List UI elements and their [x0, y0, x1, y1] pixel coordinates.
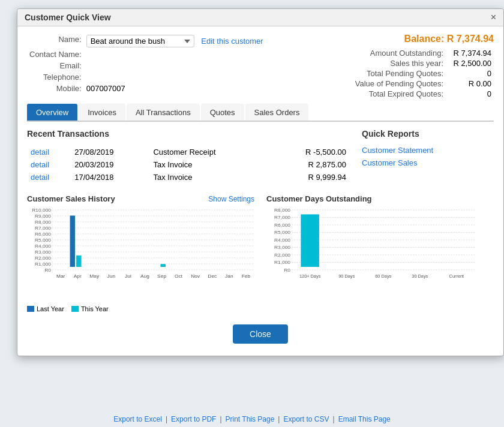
transaction-detail-link[interactable]: detail — [31, 173, 49, 182]
svg-text:R5,000: R5,000 — [274, 230, 291, 236]
content-area: Recent Transactions detail 27/08/2019 Cu… — [27, 129, 494, 184]
tab-sales-orders[interactable]: Sales Orders — [245, 104, 309, 121]
svg-text:60 Days: 60 Days — [375, 274, 391, 279]
legend-last-year: Last Year — [27, 305, 64, 312]
svg-text:30 Days: 30 Days — [412, 274, 428, 279]
transaction-description: Tax Invoice — [149, 171, 268, 184]
svg-text:Feb: Feb — [242, 273, 251, 279]
right-panel: Quick Reports Customer StatementCustomer… — [362, 129, 494, 184]
svg-text:Jun: Jun — [107, 273, 116, 279]
total-pending-quotes-value: 0 — [446, 68, 494, 79]
show-settings-link[interactable]: Show Settings — [208, 195, 254, 203]
svg-text:Dec: Dec — [208, 273, 217, 279]
svg-rect-55 — [301, 214, 319, 267]
svg-text:R8,000: R8,000 — [35, 219, 52, 225]
svg-text:May: May — [89, 273, 100, 279]
edit-customer-link[interactable]: Edit this customer — [201, 37, 263, 46]
customer-info-right: Balance: R 7,374.94 Amount Outstanding: … — [353, 34, 494, 99]
svg-rect-24 — [76, 255, 81, 267]
sales-this-year-label: Sales this year: — [353, 58, 446, 68]
top-info-section: Name: Beat around the bush Edit this cus… — [27, 34, 494, 99]
days-outstanding-svg: R8,000R7,000R6,000R5,000R4,000R3,000R2,0… — [266, 207, 494, 291]
svg-text:R5,000: R5,000 — [35, 237, 52, 243]
svg-text:120+ Days: 120+ Days — [299, 274, 321, 279]
export-csv-link[interactable]: Export to CSV — [283, 415, 329, 423]
svg-text:Jan: Jan — [225, 273, 233, 279]
mobile-value: 007007007 — [84, 83, 266, 94]
svg-text:R8,000: R8,000 — [274, 208, 291, 213]
modal-title: Customer Quick View — [25, 13, 111, 22]
svg-text:R1,000: R1,000 — [274, 260, 291, 266]
svg-text:R3,000: R3,000 — [35, 249, 52, 255]
transaction-detail-link[interactable]: detail — [31, 160, 49, 169]
sales-history-header: Customer Sales History Show Settings — [27, 194, 254, 203]
modal-header: Customer Quick View × — [17, 9, 503, 26]
total-pending-quotes-label: Total Pending Quotes: — [353, 68, 446, 79]
table-row: detail 17/04/2018 Tax Invoice R 9,999.94 — [27, 171, 350, 184]
svg-text:Sep: Sep — [157, 273, 166, 279]
svg-text:Aug: Aug — [140, 273, 149, 279]
legend-this-year: This Year — [71, 305, 109, 312]
quick-report-links: Customer StatementCustomer Sales — [362, 146, 494, 167]
value-pending-quotes-label: Value of Pending Quotes: — [353, 79, 446, 89]
svg-text:Mar: Mar — [56, 273, 65, 279]
svg-text:R7,000: R7,000 — [35, 225, 52, 231]
modal-body: Name: Beat around the bush Edit this cus… — [17, 26, 503, 356]
contact-name-value — [84, 49, 266, 60]
export-pdf-link[interactable]: Export to PDF — [171, 415, 216, 423]
tab-overview[interactable]: Overview — [27, 104, 77, 121]
close-button-row: Close — [27, 324, 494, 344]
print-page-link[interactable]: Print This Page — [226, 415, 275, 423]
quick-reports-title: Quick Reports — [362, 129, 494, 139]
svg-text:R0: R0 — [284, 267, 290, 273]
svg-text:R1,000: R1,000 — [35, 261, 52, 267]
svg-text:Oct: Oct — [175, 273, 183, 279]
legend-last-year-label: Last Year — [37, 305, 64, 312]
telephone-label: Telephone: — [27, 71, 84, 83]
quick-report-link[interactable]: Customer Sales — [362, 158, 494, 167]
page-footer: Export to Excel|Export to PDF|Print This… — [0, 411, 504, 427]
close-button[interactable]: Close — [233, 324, 288, 344]
charts-section: Customer Sales History Show Settings R10… — [27, 194, 494, 312]
sales-history-chart-wrapper: R10,000R9,000R8,000R7,000R6,000R5,000R4,… — [27, 207, 254, 303]
transaction-date: 27/08/2019 — [71, 146, 149, 158]
modal-close-button[interactable]: × — [491, 13, 496, 22]
customer-info-left: Name: Beat around the bush Edit this cus… — [27, 34, 266, 94]
email-page-link[interactable]: Email This Page — [338, 415, 391, 423]
amount-outstanding-label: Amount Outstanding: — [353, 48, 446, 58]
export-excel-link[interactable]: Export to Excel — [113, 415, 162, 423]
transactions-table: detail 27/08/2019 Customer Receipt R -5,… — [27, 146, 350, 184]
svg-text:R9,000: R9,000 — [35, 214, 52, 219]
tab-all-transactions[interactable]: All Transactions — [127, 104, 200, 121]
amount-outstanding-value: R 7,374.94 — [446, 48, 494, 58]
days-outstanding-title: Customer Days Outstanding — [266, 194, 372, 203]
svg-text:R4,000: R4,000 — [35, 243, 52, 249]
customer-name-select[interactable]: Beat around the bush — [86, 35, 194, 47]
table-row: detail 27/08/2019 Customer Receipt R -5,… — [27, 146, 350, 158]
svg-rect-23 — [70, 216, 75, 267]
svg-text:R4,000: R4,000 — [274, 237, 291, 243]
days-outstanding-chart-wrapper: R8,000R7,000R6,000R5,000R4,000R3,000R2,0… — [266, 207, 494, 303]
transaction-date: 17/04/2018 — [71, 171, 149, 184]
svg-text:Jul: Jul — [125, 273, 131, 279]
transaction-date: 20/03/2019 — [71, 158, 149, 171]
legend-this-year-box — [71, 306, 79, 312]
transaction-detail-link[interactable]: detail — [31, 148, 49, 157]
sales-this-year-value: R 2,500.00 — [446, 58, 494, 68]
legend-this-year-label: This Year — [81, 305, 109, 312]
left-panel: Recent Transactions detail 27/08/2019 Cu… — [27, 129, 350, 184]
email-label: Email: — [27, 60, 84, 71]
svg-text:Apr: Apr — [74, 273, 82, 279]
tab-invoices[interactable]: Invoices — [79, 104, 125, 121]
name-label: Name: — [27, 34, 84, 49]
svg-text:R3,000: R3,000 — [274, 245, 291, 251]
telephone-value — [84, 71, 266, 83]
tab-quotes[interactable]: Quotes — [201, 104, 244, 121]
mobile-label: Mobile: — [27, 83, 84, 94]
svg-text:Current: Current — [449, 274, 464, 279]
transaction-amount: R 9,999.94 — [268, 171, 350, 184]
sales-history-title: Customer Sales History — [27, 194, 115, 203]
transaction-description: Tax Invoice — [149, 158, 268, 171]
quick-report-link[interactable]: Customer Statement — [362, 146, 494, 155]
table-row: detail 20/03/2019 Tax Invoice R 2,875.00 — [27, 158, 350, 171]
